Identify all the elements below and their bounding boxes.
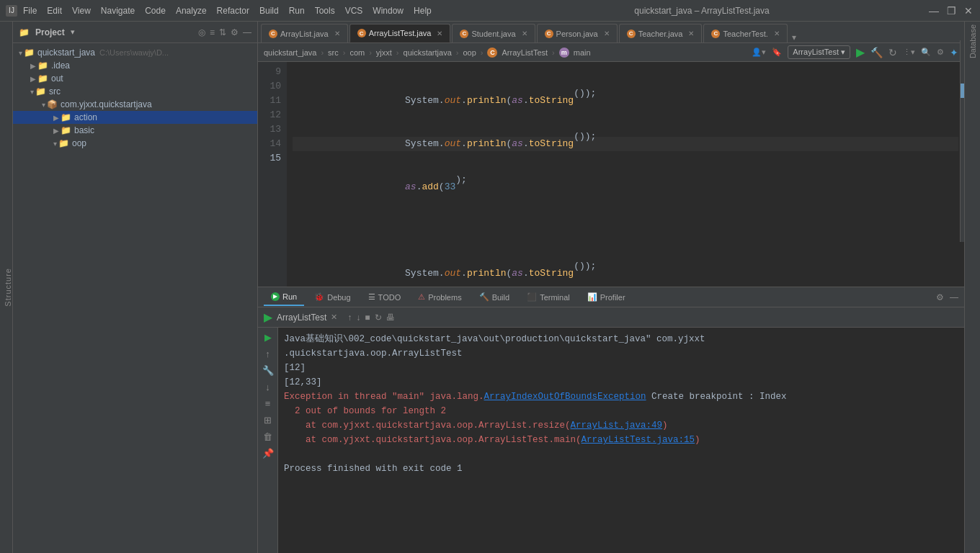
nav-build-icon[interactable]: 🔨 (870, 47, 883, 58)
nav-reload-icon[interactable]: ↻ (888, 47, 897, 58)
nav-search-icon[interactable]: 🔍 (921, 48, 931, 57)
run-line-1: Java基础知识\002_code\quickstart_java\out\pr… (284, 332, 958, 346)
nav-arraylisttest[interactable]: ArrayListTest (502, 48, 548, 57)
run-lt-up[interactable]: ↑ (265, 349, 270, 359)
nav-sep7: › (552, 48, 555, 57)
collapse-all-icon[interactable]: ≡ (210, 27, 215, 37)
run-lt-tools[interactable]: 🔧 (262, 365, 274, 376)
exception-link[interactable]: ArrayIndexOutOfBoundsException (484, 392, 646, 402)
run-title: ArrayListTest (277, 313, 326, 323)
menu-navigate[interactable]: Navigate (101, 6, 135, 16)
nav-quickstartjava[interactable]: quickstartjava (404, 48, 452, 57)
todo-tab[interactable]: ☰ TODO (361, 289, 409, 306)
nav-settings-icon[interactable]: ⚙ (937, 48, 944, 57)
run-play-button[interactable]: ▶ (264, 310, 272, 324)
nav-com[interactable]: com (349, 48, 365, 57)
tab-teachertest[interactable]: C TeacherTest. ✕ (703, 24, 787, 42)
menu-analyze[interactable]: Analyze (176, 6, 207, 16)
settings-icon[interactable]: ⚙ (231, 27, 239, 37)
tree-action[interactable]: ▶ 📁 action (13, 111, 257, 124)
nav-yjxxt[interactable]: yjxxt (376, 48, 392, 57)
tree-basic[interactable]: ▶ 📁 basic (13, 124, 257, 137)
menu-vcs[interactable]: VCS (345, 6, 363, 16)
arraylist-link[interactable]: ArrayList.java:49 (571, 421, 663, 431)
nav-intellij-icon[interactable]: ✦ (950, 47, 958, 58)
run-lt-play[interactable]: ▶ (264, 332, 272, 343)
profiler-tab[interactable]: 📊 Profiler (580, 289, 633, 306)
tree-src[interactable]: ▾ 📁 src (13, 85, 257, 98)
build-tab[interactable]: 🔨 Build (472, 289, 517, 306)
tab-close-arraylist[interactable]: ✕ (334, 30, 340, 37)
run-print[interactable]: 🖶 (386, 313, 395, 323)
nav-project[interactable]: quickstart_java (264, 48, 316, 57)
menu-file[interactable]: File (23, 6, 37, 16)
code-editor[interactable]: 9 10 11 12 13 14 15 System.out.println(a… (258, 62, 964, 287)
tree-idea[interactable]: ▶ 📁 .idea (13, 59, 257, 72)
run-panel-minimize[interactable]: — (950, 292, 958, 302)
nav-oop[interactable]: oop (463, 48, 476, 57)
run-lt-down[interactable]: ↓ (265, 382, 270, 392)
nav-more-icon[interactable]: ⋮▾ (903, 48, 915, 57)
run-lt-align[interactable]: ⊞ (264, 415, 272, 426)
tab-teacher[interactable]: C Teacher.java ✕ (619, 24, 703, 42)
debug-tab[interactable]: 🐞 Debug (307, 289, 357, 306)
tab-close-student[interactable]: ✕ (522, 30, 527, 37)
database-tab[interactable]: Database (968, 24, 977, 58)
tree-oop[interactable]: ▾ 📁 oop (13, 137, 257, 150)
tab-close-teachertest[interactable]: ✕ (774, 30, 780, 37)
close-panel-icon[interactable]: — (243, 27, 251, 37)
maximize-button[interactable]: ❐ (945, 5, 957, 17)
sort-icon[interactable]: ⇅ (219, 27, 226, 37)
run-lt-pin[interactable]: 📌 (262, 448, 274, 459)
menu-help[interactable]: Help (414, 6, 432, 16)
tab-student[interactable]: C Student.java ✕ (452, 24, 535, 42)
tab-arraylist[interactable]: C ArrayList.java ✕ (261, 24, 348, 42)
nav-run-icon[interactable]: ▶ (856, 45, 865, 59)
arraylisttest-link[interactable]: ArrayListTest.java:15 (582, 435, 695, 445)
run-left-toolbar: ▶ ↑ 🔧 ↓ ≡ ⊞ 🗑 📌 (258, 328, 278, 553)
run-tab[interactable]: ▶ Run (264, 289, 304, 306)
run-lt-trash[interactable]: 🗑 (263, 431, 272, 442)
tree-package[interactable]: ▾ 📦 com.yjxxt.quickstartjava (13, 98, 257, 111)
run-line-8: at com.yjxxt.quickstartjava.oop.ArrayLis… (284, 433, 958, 447)
project-dropdown[interactable]: ▾ (71, 27, 75, 37)
tab-person[interactable]: C Person.java ✕ (537, 24, 618, 42)
window-title: quickstart_java – ArrayListTest.java (476, 6, 928, 16)
tab-close-teacher[interactable]: ✕ (688, 30, 694, 37)
menu-tools[interactable]: Tools (315, 6, 335, 16)
tree-root[interactable]: ▾ 📁 quickstart_java C:\Users\wawjy\D... (13, 46, 257, 59)
close-button[interactable]: ✕ (963, 5, 974, 17)
menu-run[interactable]: Run (289, 6, 305, 16)
nav-main[interactable]: main (574, 48, 591, 57)
tab-close-arraylisttest[interactable]: ✕ (437, 30, 442, 37)
minimize-button[interactable]: — (928, 5, 940, 17)
run-close-tab[interactable]: ✕ (331, 313, 337, 322)
tab-close-person[interactable]: ✕ (604, 30, 610, 37)
nav-src[interactable]: src (328, 48, 339, 57)
menu-build[interactable]: Build (259, 6, 279, 16)
nav-bookmark-icon[interactable]: 🔖 (772, 48, 782, 57)
structure-tab[interactable]: Structure (4, 268, 12, 307)
tab-icon-arraylist: C (269, 30, 277, 38)
menu-edit[interactable]: Edit (47, 6, 62, 16)
tab-arraylisttest[interactable]: C ArrayListTest.java ✕ (349, 24, 451, 42)
menu-window[interactable]: Window (373, 6, 404, 16)
menu-code[interactable]: Code (145, 6, 166, 16)
locate-file-icon[interactable]: ◎ (198, 27, 205, 37)
run-scroll-up[interactable]: ↑ (347, 313, 352, 323)
menu-refactor[interactable]: Refactor (217, 6, 249, 16)
run-rerun[interactable]: ↻ (375, 313, 382, 323)
run-stop[interactable]: ■ (365, 313, 370, 323)
problems-tab[interactable]: ⚠ Problems (411, 289, 468, 306)
menu-view[interactable]: View (72, 6, 91, 16)
tree-out[interactable]: ▶ 📁 out (13, 72, 257, 85)
nav-dropdown-icon[interactable]: ArrayListTest ▾ (788, 45, 850, 59)
run-scroll-down[interactable]: ↓ (356, 313, 360, 323)
run-panel-settings[interactable]: ⚙ (936, 292, 944, 302)
more-tabs-button[interactable]: ▾ (792, 32, 796, 42)
run-lt-list[interactable]: ≡ (265, 398, 271, 409)
terminal-tab[interactable]: ⬛ Terminal (520, 289, 577, 306)
editor-tab-bar: C ArrayList.java ✕ C ArrayListTest.java … (258, 22, 964, 43)
nav-profile-icon[interactable]: 👤▾ (752, 48, 766, 57)
run-line-3: [12] (284, 361, 958, 375)
